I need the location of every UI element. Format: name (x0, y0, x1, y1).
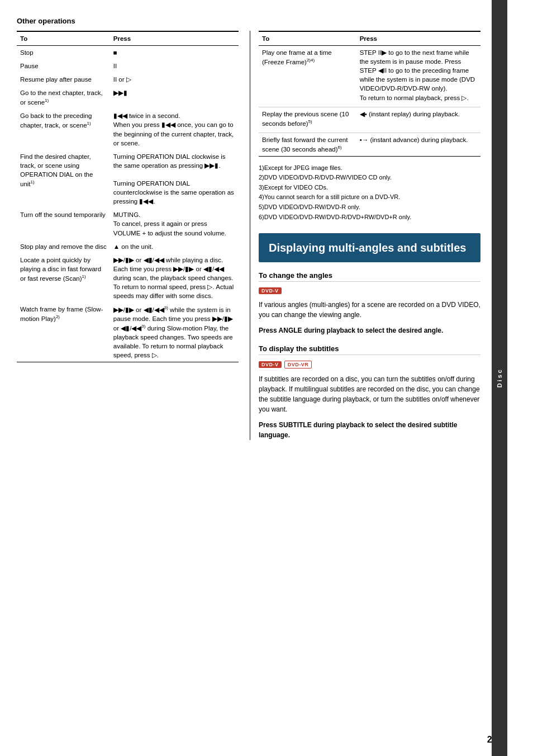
subtitles-body: If subtitles are recorded on a disc, you… (259, 374, 480, 414)
table-row: Locate a point quickly by playing a disc… (17, 253, 239, 303)
col-header-press: Press (110, 31, 239, 46)
table-row: Watch frame by frame (Slow-motion Play)2… (17, 303, 239, 362)
table-row: Stop ■ (17, 46, 239, 60)
table-row: Replay the previous scene (10 seconds be… (259, 107, 480, 133)
table-row: Stop play and remove the disc ▲ on the u… (17, 240, 239, 253)
subtitles-heading: To display the subtitles (259, 344, 480, 355)
right-operations-table: To Press Play one frame at a time (Freez… (259, 31, 480, 157)
table-row: Turn off the sound temporarily MUTING. T… (17, 208, 239, 239)
section-heading: Other operations (17, 17, 480, 25)
disc-tab: Disc (492, 0, 507, 756)
footnote-4: 4)You cannot search for a still picture … (259, 192, 480, 202)
dvd-v-badge-2: DVD-V (259, 361, 282, 368)
footnote-2: 2)DVD VIDEO/DVD-R/DVD-RW/VIDEO CD only. (259, 173, 480, 183)
change-angles-body: If various angles (multi-angles) for a s… (259, 300, 480, 320)
col-header-to: To (17, 31, 110, 46)
right-col-header-press: Press (356, 31, 480, 46)
dvd-vr-badge: DVD-VR (284, 361, 312, 368)
footnotes-section: 1)Except for JPEG image files. 2)DVD VID… (259, 163, 480, 223)
right-col-header-to: To (259, 31, 356, 46)
subtitles-instruction: Press SUBTITLE during playback to select… (259, 420, 480, 440)
dvd-v-badge: DVD-V (259, 287, 282, 294)
table-row: Go to the next chapter, track, or scene1… (17, 86, 239, 109)
table-row: Go back to the preceding chapter, track,… (17, 109, 239, 149)
multi-angles-banner: Displaying multi-angles and subtitles (259, 233, 480, 262)
tab-label: Disc (496, 368, 503, 388)
table-row: Briefly fast forward the current scene (… (259, 133, 480, 156)
operations-table: To Press Stop ■ Pause II (17, 31, 239, 362)
table-row: Find the desired chapter, track, or scen… (17, 150, 239, 209)
change-angles-instruction: Press ANGLE during playback to select th… (259, 325, 480, 336)
change-angles-heading: To change the angles (259, 271, 480, 282)
table-row: Resume play after pause II or ▷ (17, 73, 239, 86)
change-angles-section: To change the angles DVD-V If various an… (259, 271, 480, 336)
footnote-6: 6)DVD VIDEO/DVD-RW/DVD-R/DVD+RW/DVD+R on… (259, 212, 480, 223)
table-row: Pause II (17, 59, 239, 73)
footnote-3: 3)Except for VIDEO CDs. (259, 183, 480, 193)
footnote-5: 5)DVD VIDEO/DVD-RW/DVD-R only. (259, 202, 480, 212)
subtitles-section: To display the subtitles DVD-V DVD-VR If… (259, 344, 480, 440)
footnote-1: 1)Except for JPEG image files. (259, 163, 480, 173)
table-row: Play one frame at a time (Freeze Frame)2… (259, 46, 480, 107)
